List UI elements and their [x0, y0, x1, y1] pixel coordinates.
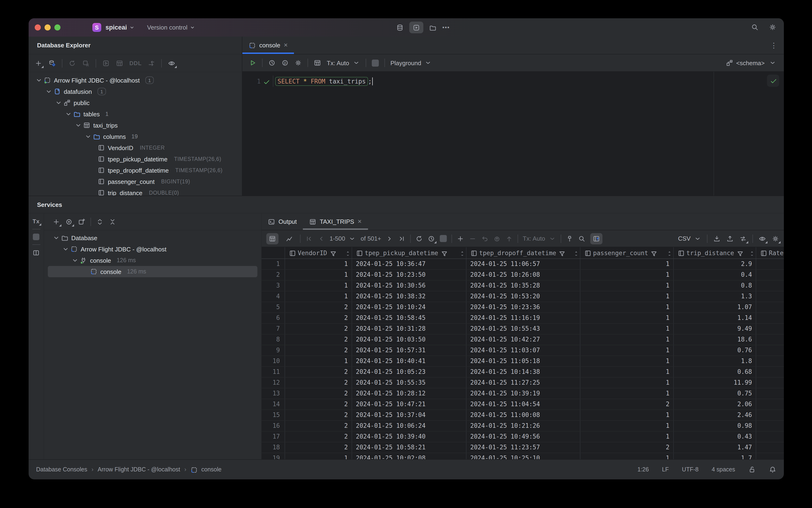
row-number-cell[interactable]: 18 — [262, 442, 285, 453]
dropoff-cell[interactable]: 2024-01-25 10:21:26 — [466, 421, 580, 431]
column-header[interactable]: passenger_count — [580, 247, 674, 258]
indent-setting[interactable]: 4 spaces — [712, 466, 735, 473]
breadcrumb-item[interactable]: Arrow Flight JDBC - @localhost — [98, 466, 180, 473]
row-number-header[interactable] — [262, 247, 285, 258]
undo-icon[interactable] — [481, 235, 489, 242]
column-header[interactable]: tpep_pickup_datetime — [352, 247, 466, 258]
expand-all-icon[interactable] — [96, 218, 104, 225]
tab-taxi-trips[interactable]: TAXI_TRIPS ✕ — [303, 213, 368, 230]
sort-icon[interactable] — [666, 250, 671, 256]
commit-arrow-icon[interactable] — [505, 235, 513, 242]
tx-mode-dropdown[interactable]: Tx: Auto — [523, 235, 556, 242]
tree-item-column[interactable]: tpep_pickup_datetime TIMESTAMP(26,6) — [29, 154, 242, 165]
pickup-cell[interactable]: 2024-01-25 10:05:23 — [352, 367, 466, 377]
distance-cell[interactable]: 0.4 — [674, 270, 756, 280]
sort-icon[interactable] — [573, 250, 578, 256]
rate-cell[interactable] — [756, 453, 784, 459]
export-icon[interactable] — [726, 235, 734, 242]
run-widget-button[interactable] — [409, 22, 423, 33]
rate-cell[interactable] — [756, 313, 784, 323]
table-data-icon[interactable] — [116, 59, 123, 67]
passenger-cell[interactable]: 2 — [580, 399, 674, 410]
compare-swap-icon[interactable] — [739, 235, 747, 242]
tree-item-table[interactable]: taxi_trips — [29, 120, 242, 131]
distance-cell[interactable]: 2.9 — [674, 259, 756, 269]
passenger-cell[interactable]: 1 — [580, 356, 674, 366]
passenger-cell[interactable]: 1 — [580, 334, 674, 345]
pickup-cell[interactable]: 2024-01-25 10:39:40 — [352, 431, 466, 442]
distance-cell[interactable]: 0.98 — [674, 421, 756, 431]
dropoff-cell[interactable]: 2024-01-25 11:06:57 — [466, 259, 580, 269]
tree-item-datasource[interactable]: Arrow Flight JDBC - @localhost 1 — [29, 75, 242, 86]
row-number-cell[interactable]: 16 — [262, 421, 285, 431]
grid-settings-gear-icon[interactable] — [772, 235, 779, 242]
pickup-cell[interactable]: 2024-01-25 10:03:50 — [352, 334, 466, 345]
distance-cell[interactable]: 0.68 — [674, 367, 756, 377]
dropoff-cell[interactable]: 2024-01-25 10:35:28 — [466, 281, 580, 291]
column-header[interactable]: trip_distance — [674, 247, 756, 258]
vendor-cell[interactable]: 2 — [285, 302, 352, 312]
sort-icon[interactable] — [458, 250, 464, 256]
pickup-cell[interactable]: 2024-01-25 10:23:50 — [352, 270, 466, 280]
filter-funnel-icon[interactable] — [329, 250, 335, 256]
distance-cell[interactable]: 0.76 — [674, 345, 756, 355]
filter-funnel-icon[interactable] — [736, 250, 742, 256]
table-view-button[interactable] — [266, 233, 278, 244]
passenger-cell[interactable]: 1 — [580, 324, 674, 334]
version-control-menu[interactable]: Version control — [147, 24, 187, 31]
dropoff-cell[interactable]: 2024-01-25 10:42:27 — [466, 334, 580, 345]
row-number-cell[interactable]: 3 — [262, 281, 285, 291]
pickup-cell[interactable]: 2024-01-25 10:10:24 — [352, 302, 466, 312]
distance-cell[interactable]: 1.14 — [674, 313, 756, 323]
distance-cell[interactable]: 0.43 — [674, 431, 756, 442]
vendor-cell[interactable]: 2 — [285, 410, 352, 420]
sort-icon[interactable] — [344, 250, 350, 256]
vendor-cell[interactable]: 1 — [285, 270, 352, 280]
search-icon[interactable] — [751, 23, 760, 32]
row-number-cell[interactable]: 5 — [262, 302, 285, 312]
passenger-cell[interactable]: 1 — [580, 367, 674, 377]
rate-cell[interactable] — [756, 334, 784, 345]
row-number-cell[interactable]: 6 — [262, 313, 285, 323]
rate-cell[interactable] — [756, 324, 784, 334]
chevron-down-icon[interactable] — [45, 88, 52, 95]
passenger-cell[interactable]: 1 — [580, 431, 674, 442]
distance-cell[interactable]: 11.99 — [674, 378, 756, 388]
reload-page-icon[interactable] — [415, 235, 423, 242]
vendor-cell[interactable]: 1 — [285, 356, 352, 366]
service-item-connection[interactable]: console 126 ms — [44, 255, 261, 266]
settings-gear-icon[interactable] — [295, 59, 302, 67]
vendor-cell[interactable]: 1 — [285, 453, 352, 459]
rate-cell[interactable] — [756, 259, 784, 269]
row-number-cell[interactable]: 19 — [262, 453, 285, 459]
datasource-properties-button[interactable] — [48, 59, 56, 67]
run-query-button[interactable] — [249, 59, 257, 67]
pin-tab-icon[interactable] — [566, 235, 573, 242]
distance-cell[interactable]: 1.8 — [674, 356, 756, 366]
dropoff-cell[interactable]: 2024-01-25 10:14:38 — [466, 367, 580, 377]
vendor-cell[interactable]: 1 — [285, 259, 352, 269]
close-tab-icon[interactable]: ✕ — [284, 42, 288, 48]
vendor-cell[interactable]: 2 — [285, 421, 352, 431]
dropoff-cell[interactable]: 2024-01-25 10:53:20 — [466, 291, 580, 302]
project-name[interactable]: spiceai — [105, 24, 127, 31]
passenger-cell[interactable]: 1 — [580, 345, 674, 355]
dropoff-cell[interactable]: 2024-01-25 10:25:10 — [466, 453, 580, 459]
tab-console[interactable]: console ✕ — [242, 37, 294, 54]
rate-cell[interactable] — [756, 291, 784, 302]
dropoff-cell[interactable]: 2024-01-25 11:05:18 — [466, 356, 580, 366]
stop-button[interactable] — [440, 235, 447, 242]
pickup-cell[interactable]: 2024-01-25 10:28:12 — [352, 388, 466, 399]
add-row-icon[interactable] — [457, 235, 464, 242]
vendor-cell[interactable]: 2 — [285, 313, 352, 323]
passenger-cell[interactable]: 1 — [580, 421, 674, 431]
row-number-cell[interactable]: 15 — [262, 410, 285, 420]
column-header[interactable]: Rate — [756, 247, 784, 258]
row-number-cell[interactable]: 1 — [262, 259, 285, 269]
tree-item-database[interactable]: datafusion 1 — [29, 86, 242, 97]
last-page-icon[interactable] — [398, 235, 406, 242]
vendor-cell[interactable]: 2 — [285, 378, 352, 388]
ddl-icon[interactable]: DDL — [129, 60, 142, 67]
row-number-cell[interactable]: 9 — [262, 345, 285, 355]
editor-options-kebab-icon[interactable]: ⋮ — [770, 41, 784, 49]
